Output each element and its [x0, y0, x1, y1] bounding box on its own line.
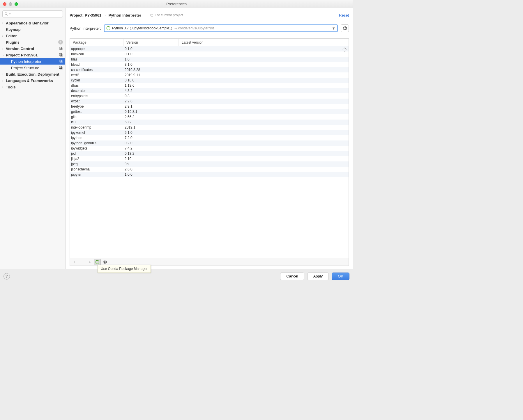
cell-package: decorator	[70, 89, 123, 93]
table-row[interactable]: entrypoints0.3	[70, 93, 349, 99]
search-field[interactable]	[12, 12, 61, 16]
conda-toggle-button[interactable]	[94, 259, 101, 265]
chevron-icon: ⌄	[2, 54, 6, 57]
reset-link[interactable]: Reset	[339, 13, 349, 17]
svg-rect-1	[60, 48, 62, 50]
table-row[interactable]: gettext0.19.8.1	[70, 109, 349, 114]
sidebar-item[interactable]: Project Structure	[0, 65, 65, 71]
settings-tree: ›Appearance & BehaviorKeymap›EditorPlugi…	[0, 20, 65, 269]
table-row[interactable]: intel-openmp2019.1	[70, 125, 349, 130]
table-row[interactable]: blas1.0	[70, 57, 349, 62]
sidebar-item[interactable]: Keymap	[0, 26, 65, 33]
cell-package: backcall	[70, 52, 123, 56]
table-row[interactable]: ipykernel5.1.0	[70, 130, 349, 135]
cell-package: jpeg	[70, 162, 123, 166]
table-row[interactable]: bleach3.1.0	[70, 62, 349, 67]
traffic-lights	[3, 2, 18, 6]
cell-package: jupyter	[70, 172, 123, 177]
table-row[interactable]: expat2.2.6	[70, 99, 349, 104]
table-row[interactable]: glib2.56.2	[70, 114, 349, 120]
add-package-button[interactable]: ＋	[71, 259, 78, 265]
table-row[interactable]: jinja22.10	[70, 156, 349, 161]
apply-button[interactable]: Apply	[307, 273, 329, 280]
table-header: Package Version Latest version	[70, 39, 349, 46]
cell-package: expat	[70, 99, 123, 103]
column-version[interactable]: Version	[123, 39, 179, 46]
column-package[interactable]: Package	[70, 39, 123, 46]
svg-point-13	[345, 51, 346, 51]
sidebar-item[interactable]: Python Interpreter	[0, 58, 65, 65]
table-row[interactable]: ipywidgets7.4.2	[70, 146, 349, 151]
table-row[interactable]: ca-certificates2019.8.28	[70, 67, 349, 72]
cell-version: 2.56.2	[123, 115, 179, 119]
cell-version: 2.9.1	[123, 104, 179, 108]
interpreter-dropdown[interactable]: Python 3.7 (JupyterNotebookSample1) ~/.c…	[104, 24, 338, 32]
upgrade-package-button[interactable]: ▲	[86, 259, 93, 265]
ok-button[interactable]: OK	[332, 273, 349, 280]
interpreter-settings-button[interactable]	[341, 24, 349, 32]
loading-spinner-icon	[342, 47, 347, 52]
cell-version: 58.2	[123, 120, 179, 124]
minus-icon: －	[80, 259, 84, 265]
table-row[interactable]: freetype2.9.1	[70, 104, 349, 109]
table-row[interactable]: icu58.2	[70, 120, 349, 125]
sidebar-item[interactable]: ›Appearance & Behavior	[0, 20, 65, 26]
chevron-down-icon: ▼	[332, 26, 335, 31]
sidebar-item[interactable]: ⌄Project: PY-35961	[0, 52, 65, 58]
table-row[interactable]: jpeg9b	[70, 161, 349, 167]
cell-package: intel-openmp	[70, 125, 123, 129]
table-row[interactable]: ipython_genutils0.2.0	[70, 140, 349, 146]
remove-package-button[interactable]: －	[79, 259, 86, 265]
sidebar-item[interactable]: Plugins1	[0, 39, 65, 45]
table-row[interactable]: certifi2019.9.11	[70, 72, 349, 78]
cell-package: ipywidgets	[70, 146, 123, 150]
copy-icon	[150, 13, 153, 17]
show-early-releases-button[interactable]	[101, 259, 108, 265]
sidebar-item-label: Keymap	[6, 27, 63, 32]
table-row[interactable]: ipython7.2.0	[70, 135, 349, 140]
table-row[interactable]: jupyter1.0.0	[70, 172, 349, 177]
sidebar-item-label: Languages & Frameworks	[6, 79, 63, 83]
cell-version: 2019.1	[123, 125, 179, 129]
svg-point-16	[342, 49, 343, 50]
breadcrumb: Project: PY-35961 › Python Interpreter F…	[70, 11, 349, 19]
table-row[interactable]: backcall0.1.0	[70, 51, 349, 57]
svg-rect-5	[60, 60, 62, 63]
cell-package: ipython_genutils	[70, 141, 123, 145]
svg-point-15	[343, 51, 344, 51]
cancel-button[interactable]: Cancel	[280, 273, 304, 280]
cell-version: 2.6.0	[123, 167, 179, 171]
table-row[interactable]: dbus1.13.6	[70, 83, 349, 88]
breadcrumb-project: Project: PY-35961	[70, 13, 101, 17]
sidebar-item-label: Plugins	[6, 40, 58, 45]
search-input[interactable]: ▾	[2, 10, 63, 17]
table-row[interactable]: jsonschema2.6.0	[70, 167, 349, 172]
sidebar-item[interactable]: ›Tools	[0, 84, 65, 90]
sidebar-item[interactable]: ›Version Control	[0, 45, 65, 52]
packages-table: Package Version Latest version appnope0.…	[70, 38, 349, 266]
svg-point-12	[346, 49, 347, 50]
sidebar-item[interactable]: ›Build, Execution, Deployment	[0, 71, 65, 77]
zoom-window-icon[interactable]	[15, 2, 18, 6]
sidebar-item[interactable]: ›Languages & Frameworks	[0, 77, 65, 84]
svg-rect-9	[151, 15, 153, 17]
table-row[interactable]: decorator4.3.2	[70, 88, 349, 93]
dialog-footer: ? Use Conda Package Manager Cancel Apply…	[0, 269, 353, 283]
cell-package: certifi	[70, 73, 123, 77]
cell-package: blas	[70, 57, 123, 61]
close-window-icon[interactable]	[3, 2, 6, 6]
cell-version: 3.1.0	[123, 63, 179, 67]
table-row[interactable]: cycler0.10.0	[70, 78, 349, 83]
column-latest[interactable]: Latest version	[179, 39, 349, 46]
cell-version: 0.1.0	[123, 47, 179, 51]
table-row[interactable]: jedi0.13.2	[70, 151, 349, 156]
help-button[interactable]: ?	[3, 273, 10, 280]
cell-version: 5.1.0	[123, 131, 179, 135]
chevron-icon: ›	[2, 79, 6, 82]
scope-label: For current project	[150, 13, 183, 17]
table-row[interactable]: appnope0.1.0	[70, 46, 349, 51]
minimize-window-icon[interactable]	[9, 2, 12, 6]
cell-version: 0.3	[123, 94, 179, 98]
cell-package: gettext	[70, 110, 123, 114]
sidebar-item[interactable]: ›Editor	[0, 33, 65, 39]
